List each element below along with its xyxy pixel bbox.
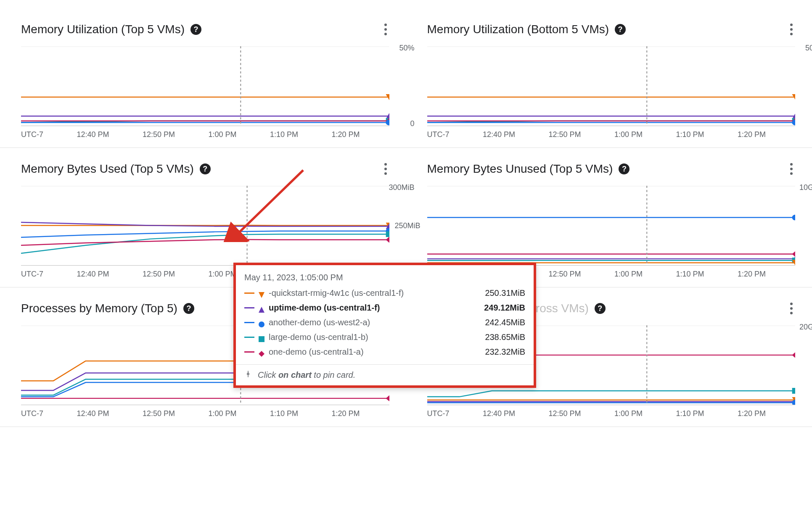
tooltip-row: -quickstart-rmig-4w1c (us-central1-f) 25…: [244, 286, 525, 300]
x-tick: 1:00 PM: [208, 409, 236, 418]
chart-plot-area[interactable]: 300MiB 250MiB: [21, 186, 389, 266]
timezone-label: UTC-7: [21, 130, 43, 139]
svg-rect-38: [792, 388, 795, 394]
help-icon[interactable]: ?: [615, 24, 626, 35]
x-tick: 12:40 PM: [483, 130, 515, 139]
timezone-label: UTC-7: [427, 130, 450, 139]
tooltip-row: another-demo (us-west2-a) 242.45MiB: [244, 315, 525, 330]
x-axis: UTC-7 12:40 PM12:50 PM1:00 PM1:10 PM1:20…: [21, 130, 389, 139]
tooltip-pin-hint: Click on chart to pin card.: [236, 364, 534, 385]
chart-menu-button[interactable]: [788, 161, 795, 177]
tooltip-series-label: large-demo (us-central1-b): [269, 332, 466, 342]
x-tick: 12:40 PM: [77, 409, 109, 418]
chart-title: Memory Utilization (Top 5 VMs): [21, 23, 185, 36]
svg-marker-24: [792, 251, 795, 257]
tooltip-row: large-demo (us-central1-b) 238.65MiB: [244, 330, 525, 345]
tooltip-series-value: 242.45MiB: [471, 318, 525, 327]
x-tick: 12:40 PM: [77, 130, 109, 139]
x-tick: 12:50 PM: [548, 130, 581, 139]
x-axis: UTC-7 12:40 PM12:50 PM1:00 PM1:10 PM1:20…: [427, 130, 796, 139]
chart-title: Memory Utilization (Bottom 5 VMs): [427, 23, 609, 36]
x-tick: 12:40 PM: [77, 270, 109, 279]
timezone-label: UTC-7: [427, 409, 450, 418]
x-tick: 1:20 PM: [331, 130, 360, 139]
x-tick: 12:50 PM: [143, 130, 175, 139]
chart-title: Memory Bytes Used (Top 5 VMs): [21, 162, 194, 176]
svg-marker-44: [259, 292, 264, 298]
chart-menu-button[interactable]: [788, 300, 795, 317]
svg-marker-20: [386, 237, 389, 243]
timezone-label: UTC-7: [21, 409, 43, 418]
x-tick: 12:40 PM: [483, 409, 515, 418]
x-tick: 12:50 PM: [548, 270, 581, 279]
chart-plot-area[interactable]: 50% 0: [427, 46, 796, 126]
tooltip-series-label: another-demo (us-west2-a): [269, 318, 466, 327]
series-marker: [259, 320, 264, 326]
x-tick: 1:20 PM: [331, 409, 360, 418]
y-axis-top-label: 20GiB: [799, 323, 812, 332]
tooltip-row: one-demo (us-central1-a) 232.32MiB: [244, 345, 525, 359]
svg-marker-37: [792, 352, 795, 358]
x-tick: 1:10 PM: [676, 130, 704, 139]
chart-menu-button[interactable]: [382, 21, 389, 38]
svg-marker-34: [386, 395, 389, 401]
chart-plot-area[interactable]: 10GiB 0: [427, 186, 796, 266]
svg-rect-19: [386, 231, 389, 237]
help-icon[interactable]: ?: [183, 303, 194, 314]
svg-marker-48: [259, 351, 264, 357]
x-tick: 1:00 PM: [208, 130, 236, 139]
series-marker: [259, 305, 264, 311]
tooltip-series-value: 250.31MiB: [471, 288, 525, 298]
tooltip-row: uptime-demo (us-central1-f) 249.12MiB: [244, 300, 525, 315]
x-tick: 12:50 PM: [548, 409, 581, 418]
x-tick: 1:00 PM: [614, 130, 643, 139]
series-marker: [259, 349, 264, 355]
y-axis-top-label: 50%: [805, 44, 812, 53]
x-tick: 1:20 PM: [738, 409, 766, 418]
timezone-label: UTC-7: [21, 270, 43, 279]
x-axis: UTC-7 12:40 PM12:50 PM1:00 PM1:10 PM1:20…: [21, 409, 389, 418]
chart-hover-tooltip: May 11, 2023, 1:05:00 PM -quickstart-rmi…: [233, 263, 536, 388]
chart-plot-area[interactable]: 50% 0: [21, 46, 389, 126]
tooltip-series-value: 249.12MiB: [471, 303, 525, 313]
x-tick: 12:50 PM: [143, 409, 175, 418]
svg-marker-45: [259, 307, 264, 313]
x-tick: 1:20 PM: [738, 270, 766, 279]
series-marker: [259, 335, 264, 340]
chart-title: Processes by Memory (Top 5): [21, 302, 177, 315]
x-tick: 1:20 PM: [738, 130, 766, 139]
x-axis: UTC-7 12:40 PM12:50 PM1:00 PM1:10 PM1:20…: [427, 409, 796, 418]
svg-point-23: [792, 215, 795, 221]
pin-icon: [244, 370, 252, 380]
tooltip-series-label: uptime-demo (us-central1-f): [269, 303, 466, 313]
tooltip-series-label: one-demo (us-central1-a): [269, 347, 466, 357]
series-marker: [259, 290, 264, 296]
tooltip-series-value: 232.32MiB: [471, 347, 525, 357]
x-tick: 12:50 PM: [143, 270, 175, 279]
svg-point-46: [259, 321, 264, 327]
x-tick: 1:00 PM: [208, 270, 236, 279]
chart-card: Memory Utilization (Bottom 5 VMs) ? 50% …: [406, 8, 812, 148]
chart-menu-button[interactable]: [788, 21, 795, 38]
tooltip-series-value: 238.65MiB: [471, 332, 525, 342]
chart-menu-button[interactable]: [382, 161, 389, 177]
y-axis-top-label: 10GiB: [799, 183, 812, 192]
help-icon[interactable]: ?: [595, 303, 606, 314]
x-tick: 1:10 PM: [270, 130, 298, 139]
x-tick: 1:00 PM: [614, 270, 643, 279]
x-tick: 1:10 PM: [270, 409, 298, 418]
help-icon[interactable]: ?: [619, 163, 629, 174]
svg-rect-47: [259, 336, 264, 342]
chart-card: Memory Utilization (Top 5 VMs) ? 50% 0 U…: [0, 8, 406, 148]
help-icon[interactable]: ?: [190, 24, 201, 35]
tooltip-series-label: -quickstart-rmig-4w1c (us-central1-f): [269, 288, 466, 298]
help-icon[interactable]: ?: [200, 163, 211, 174]
tooltip-timestamp: May 11, 2023, 1:05:00 PM: [244, 273, 525, 282]
x-tick: 1:00 PM: [614, 409, 643, 418]
x-tick: 1:10 PM: [676, 409, 704, 418]
x-tick: 1:10 PM: [676, 270, 704, 279]
chart-title: Memory Bytes Unused (Top 5 VMs): [427, 162, 613, 176]
svg-point-41: [792, 400, 795, 405]
